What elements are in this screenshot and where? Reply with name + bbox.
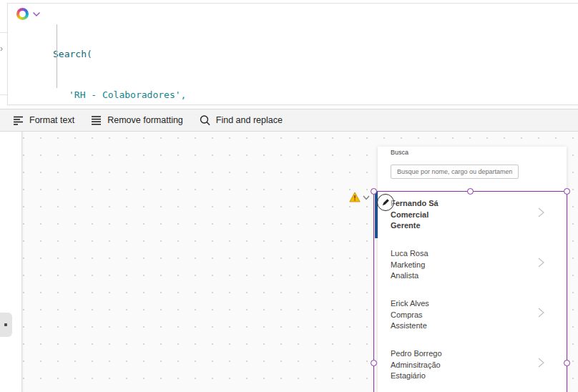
resize-handle[interactable]	[564, 360, 570, 366]
pencil-icon	[381, 197, 391, 207]
chevron-right-icon[interactable]	[537, 307, 545, 318]
chevron-down-icon[interactable]	[361, 193, 371, 202]
handle-dot-icon	[4, 323, 7, 326]
resize-handle[interactable]	[371, 188, 377, 195]
expand-panel-icon[interactable]: ›	[0, 44, 7, 54]
resize-handle[interactable]	[564, 188, 570, 195]
chevron-right-icon[interactable]	[537, 357, 545, 368]
resize-handle[interactable]	[467, 188, 474, 195]
chevron-right-icon[interactable]	[537, 257, 545, 268]
edit-item-button[interactable]	[377, 194, 394, 211]
format-text-label: Format text	[29, 115, 74, 125]
collapsed-panel-handle[interactable]	[0, 313, 12, 337]
gallery-item[interactable]: Luca Rosa Marketing Analista	[374, 241, 567, 291]
find-and-replace-label: Find and replace	[216, 115, 283, 125]
formula-toolbar: Format text Remove formatting Find and r…	[0, 109, 578, 132]
formula-bar: Search( 'RH - Colaboradores', txtBusca.T…	[7, 3, 578, 105]
divider	[0, 32, 7, 33]
search-input[interactable]	[391, 165, 519, 179]
item-role: Assistente	[391, 320, 567, 332]
remove-formatting-icon	[90, 114, 102, 126]
control-alerts	[349, 192, 371, 202]
code-string-arg: 'RH - Colaboradores',	[69, 89, 186, 100]
remove-formatting-label: Remove formatting	[107, 115, 183, 125]
gallery-item[interactable]: Erick Alves Compras Assistente	[374, 291, 567, 341]
chevron-down-icon	[32, 11, 41, 17]
gallery-item[interactable]: Pedro Borrego Adminsitração Estagiário	[374, 341, 567, 391]
search-icon	[199, 114, 211, 127]
resize-handle[interactable]	[371, 360, 377, 366]
indent-guide	[57, 24, 57, 88]
format-text-button[interactable]: Format text	[4, 109, 82, 131]
copilot-button[interactable]	[16, 8, 41, 20]
search-box-label: Busca	[391, 149, 408, 156]
code-function: Search(	[53, 49, 92, 59]
item-role: Gerente	[391, 220, 567, 232]
divider	[0, 94, 7, 95]
warning-icon[interactable]	[349, 192, 361, 202]
copilot-icon	[16, 8, 29, 20]
gallery-item[interactable]: Fernando Sá Comercial Gerente	[374, 191, 567, 241]
item-role: Estagiário	[391, 371, 567, 382]
format-text-icon	[12, 114, 24, 126]
item-role: Analista	[391, 270, 567, 282]
remove-formatting-button[interactable]: Remove formatting	[82, 109, 191, 131]
chevron-right-icon[interactable]	[537, 207, 545, 218]
power-apps-studio: › Search( 'RH - Colaboradores', txtBusca…	[0, 0, 578, 392]
find-and-replace-button[interactable]: Find and replace	[191, 109, 290, 131]
